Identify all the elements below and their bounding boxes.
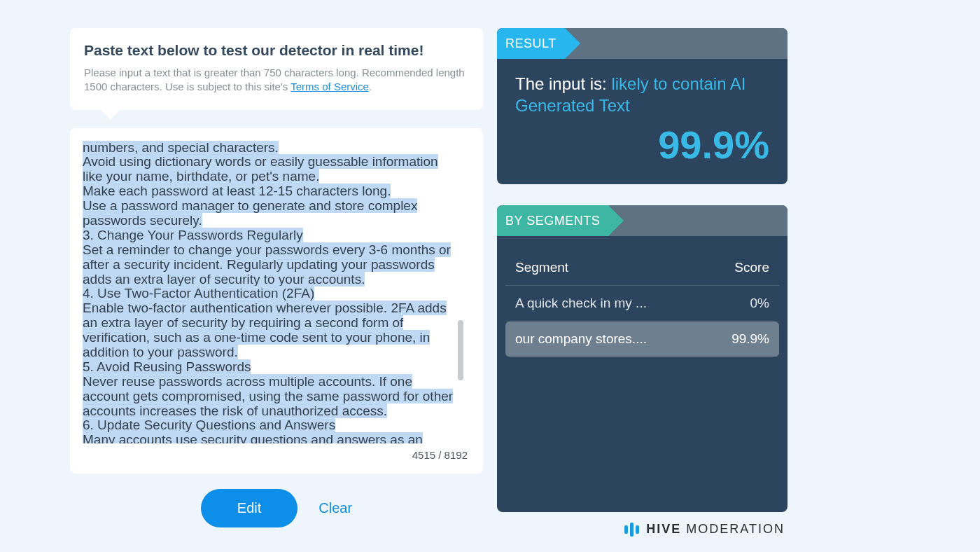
segments-panel-header: BY SEGMENTS xyxy=(497,205,788,236)
segments-col-score: Score xyxy=(734,260,769,275)
instructions-subtitle: Please input a text that is greater than… xyxy=(84,66,469,95)
segment-score: 0% xyxy=(750,296,769,311)
clear-button[interactable]: Clear xyxy=(318,500,352,516)
segments-ribbon: BY SEGMENTS xyxy=(497,205,608,236)
segment-row[interactable]: our company stores....99.9% xyxy=(505,322,779,357)
segments-panel: BY SEGMENTS Segment Score A quick check … xyxy=(497,205,788,512)
instructions-subtitle-prefix: Please input a text that is greater than… xyxy=(84,67,465,92)
segments-body: Segment Score A quick check in my ...0%o… xyxy=(497,236,788,366)
brand-name-bold: HIVE xyxy=(646,522,681,536)
instructions-title: Paste text below to test our detector in… xyxy=(84,42,469,59)
edit-button[interactable]: Edit xyxy=(201,489,298,527)
verdict-text: The input is: likely to contain AI Gener… xyxy=(515,73,769,116)
text-input-area[interactable]: numbers, and special characters.Avoid us… xyxy=(83,141,468,443)
result-panel: RESULT The input is: likely to contain A… xyxy=(497,28,788,184)
scrollbar-track[interactable] xyxy=(458,145,463,439)
terms-of-service-link[interactable]: Terms of Service xyxy=(290,81,369,92)
character-counter: 4515 / 8192 xyxy=(83,449,468,461)
brand-name: HIVE MODERATION xyxy=(646,522,785,537)
text-content: numbers, and special characters.Avoid us… xyxy=(83,141,468,443)
brand-name-light: MODERATION xyxy=(681,522,785,536)
segment-row[interactable]: A quick check in my ...0% xyxy=(505,286,779,322)
segment-score: 99.9% xyxy=(732,331,769,347)
segment-label: our company stores.... xyxy=(515,331,647,347)
segments-table-header: Segment Score xyxy=(505,250,779,286)
instructions-card: Paste text below to test our detector in… xyxy=(70,28,483,110)
result-panel-body: The input is: likely to contain AI Gener… xyxy=(497,59,788,184)
segments-header-label: BY SEGMENTS xyxy=(505,214,600,228)
text-input-card: numbers, and special characters.Avoid us… xyxy=(70,128,483,474)
hive-bars-icon xyxy=(624,523,639,537)
brand-logo: HIVE MODERATION xyxy=(497,522,788,537)
action-row: Edit Clear xyxy=(70,489,483,527)
result-ribbon: RESULT xyxy=(497,28,565,59)
segments-col-segment: Segment xyxy=(515,260,568,275)
instructions-subtitle-suffix: . xyxy=(369,81,372,92)
segment-label: A quick check in my ... xyxy=(515,296,647,311)
verdict-prefix: The input is: xyxy=(515,74,611,93)
result-panel-header: RESULT xyxy=(497,28,788,59)
verdict-percentage: 99.9% xyxy=(515,122,769,167)
result-header-label: RESULT xyxy=(505,36,556,51)
scrollbar-thumb[interactable] xyxy=(458,320,463,380)
